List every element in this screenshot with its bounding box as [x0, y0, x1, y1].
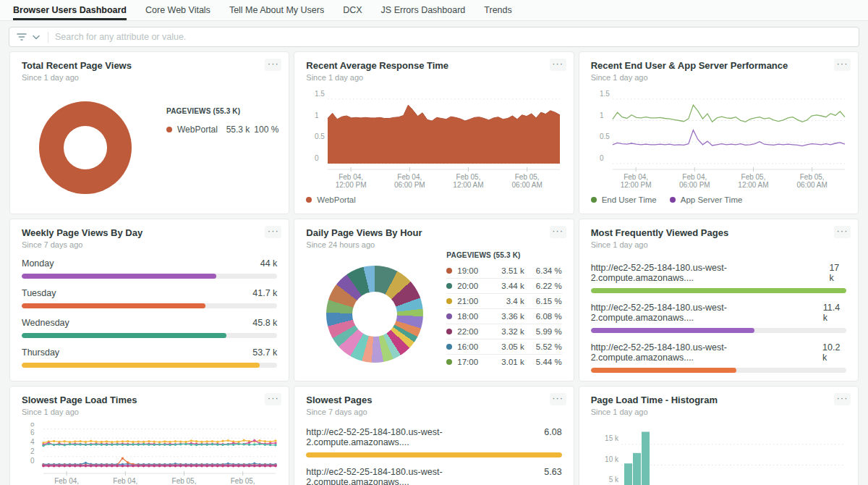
hour-value: 3.51 k	[484, 266, 524, 275]
bar-list-row[interactable]: http://ec2-52-25-184-180.us-west-2.compu…	[591, 303, 846, 333]
tab-dcx[interactable]: DCX	[343, 0, 362, 20]
card-menu-button[interactable]: ···	[834, 226, 851, 238]
svg-text:0: 0	[315, 154, 319, 162]
tab-tell-me-about-my-users[interactable]: Tell Me About My Users	[229, 0, 324, 20]
bar-list-row[interactable]: Tuesday 41.7 k	[22, 288, 277, 308]
bar-list-row[interactable]: http://ec2-52-25-184-180.us-west-2.compu…	[591, 263, 846, 293]
bar-fill	[22, 333, 226, 338]
legend-item[interactable]: WebPortal	[306, 195, 355, 204]
svg-text:Feb 04,: Feb 04,	[339, 173, 363, 181]
series-color-dot	[446, 313, 452, 319]
bar-list-row[interactable]: Thursday 53.7 k	[22, 347, 277, 368]
tab-js-errors-dashboard[interactable]: JS Errors Dashboard	[381, 0, 466, 20]
row-value: 5.63	[544, 467, 561, 485]
row-value: 45.8 k	[252, 318, 277, 328]
search-box	[9, 27, 859, 47]
card-weekly-page-views-by-day: Weekly Page Views By Day Since 7 days ag…	[9, 219, 289, 381]
hour-label: 20:00	[457, 282, 483, 290]
bar-list-row[interactable]: http://ec2-52-25-184-180.us-west-2.compu…	[306, 467, 561, 485]
card-title: Slowest Page Load Times	[22, 395, 277, 405]
row-label: Thursday	[22, 347, 59, 358]
series-color-dot	[446, 283, 452, 289]
most-viewed-bar-list: http://ec2-52-25-184-180.us-west-2.compu…	[591, 263, 846, 381]
legend-table-row[interactable]: 22:00 3.32 k 5.99 %	[446, 324, 561, 340]
dashboard-tab-bar: Browser Users DashboardCore Web VitalsTe…	[0, 0, 868, 21]
series-percent: 100 %	[250, 125, 278, 135]
bar-list-row[interactable]: Wednesday 45.8 k	[22, 318, 277, 338]
legend-table-row[interactable]: 20:00 3.44 k 6.22 %	[446, 279, 561, 294]
card-subtitle: Since 1 day ago	[22, 73, 277, 82]
svg-text:5 k: 5 k	[608, 476, 618, 484]
bar-track	[22, 274, 277, 279]
row-value: 44 k	[260, 258, 278, 269]
chevron-down-icon[interactable]	[33, 35, 40, 40]
svg-text:4: 4	[30, 438, 35, 446]
card-most-frequently-viewed-pages: Most Frequently Viewed Pages Since 1 day…	[579, 219, 859, 381]
card-subtitle: Since 1 day ago	[591, 73, 846, 82]
bar-track	[22, 303, 277, 308]
card-menu-button[interactable]: ···	[265, 226, 281, 238]
hour-label: 21:00	[457, 297, 483, 305]
card-slowest-page-load-times: Slowest Page Load Times Since 1 day ago …	[9, 386, 289, 485]
bar-fill	[591, 368, 736, 373]
legend-row[interactable]: WebPortal 55.3 k 100 %	[166, 125, 278, 135]
hour-percent: 6.15 %	[524, 297, 562, 305]
card-title: Slowest Pages	[306, 395, 561, 405]
bar-fill	[22, 363, 260, 368]
row-label: http://ec2-52-25-184-180.us-west-2.compu…	[591, 303, 823, 323]
card-menu-button[interactable]: ···	[550, 59, 566, 71]
hourly-donut-chart	[326, 266, 423, 363]
row-label: Wednesday	[22, 318, 69, 328]
svg-text:1.5: 1.5	[315, 90, 325, 98]
svg-text:Feb 04,: Feb 04,	[624, 173, 648, 181]
series-color-dot	[446, 344, 452, 350]
legend-table-row[interactable]: 19:00 3.51 k 6.34 %	[446, 263, 561, 279]
tab-trends[interactable]: Trends	[484, 0, 511, 20]
card-menu-button[interactable]: ···	[265, 59, 281, 71]
svg-text:Feb 05,: Feb 05,	[231, 477, 255, 485]
legend-table-row[interactable]: 18:00 3.36 k 6.08 %	[446, 309, 561, 324]
card-page-load-time-histogram: Page Load Time - Histogram Since 1 day a…	[579, 386, 859, 485]
card-menu-button[interactable]: ···	[834, 59, 851, 71]
filter-icon[interactable]	[17, 33, 27, 41]
legend-item[interactable]: App Server Time	[670, 195, 743, 204]
performance-line-chart: 00.511.5Feb 04,12:00 PMFeb 04,06:00 PMFe…	[591, 88, 849, 197]
card-subtitle: Since 1 day ago	[591, 240, 846, 249]
card-subtitle: Since 1 day ago	[22, 408, 277, 416]
row-label: http://ec2-52-25-184-180.us-west-2.compu…	[591, 263, 830, 283]
card-menu-button[interactable]: ···	[834, 393, 851, 405]
card-menu-button[interactable]: ···	[550, 226, 566, 238]
series-color-dot	[446, 268, 452, 274]
svg-text:06:00 PM: 06:00 PM	[394, 181, 425, 189]
search-input[interactable]	[55, 32, 851, 42]
legend-table-row[interactable]: 17:00 3.01 k 5.44 %	[446, 355, 561, 367]
series-color-dot	[446, 329, 452, 334]
slowest-pages-bar-list: http://ec2-52-25-184-180.us-west-2.compu…	[306, 427, 561, 485]
card-title: Total Recent Page Views	[22, 60, 277, 71]
legend-table-row[interactable]: 21:00 3.4 k 6.15 %	[446, 294, 561, 309]
svg-text:0: 0	[30, 457, 35, 465]
bar-list-row[interactable]: http://ec2-52-25-184-180.us-west-2.compu…	[591, 342, 846, 373]
bar-fill	[306, 452, 561, 457]
tab-browser-users-dashboard[interactable]: Browser Users Dashboard	[13, 0, 127, 20]
card-subtitle: Since 24 hours ago	[306, 240, 561, 249]
row-label: Tuesday	[22, 288, 56, 298]
series-color-dot	[446, 298, 452, 304]
legend-item[interactable]: End User Time	[591, 195, 657, 204]
hour-value: 3.44 k	[484, 282, 524, 290]
card-title: Weekly Page Views By Day	[22, 227, 277, 238]
card-recent-average-response-time: Recent Average Response Time Since 1 day…	[294, 51, 574, 214]
bar-track	[591, 328, 846, 333]
bar-list-row[interactable]: http://ec2-52-25-184-180.us-west-2.compu…	[306, 427, 561, 457]
svg-text:1: 1	[315, 111, 319, 119]
card-menu-button[interactable]: ···	[265, 393, 281, 405]
card-menu-button[interactable]: ···	[550, 393, 566, 405]
donut-hole	[352, 292, 397, 337]
card-end-user-app-server-performance: Recent End User & App Server Performance…	[579, 51, 859, 214]
hour-label: 22:00	[457, 327, 483, 336]
bar-list-row[interactable]: Monday 44 k	[22, 258, 277, 279]
tab-core-web-vitals[interactable]: Core Web Vitals	[145, 0, 210, 20]
legend-table-row[interactable]: 16:00 3.05 k 5.52 %	[446, 340, 561, 355]
svg-text:0.5: 0.5	[600, 132, 610, 140]
hour-value: 3.01 k	[484, 358, 524, 366]
